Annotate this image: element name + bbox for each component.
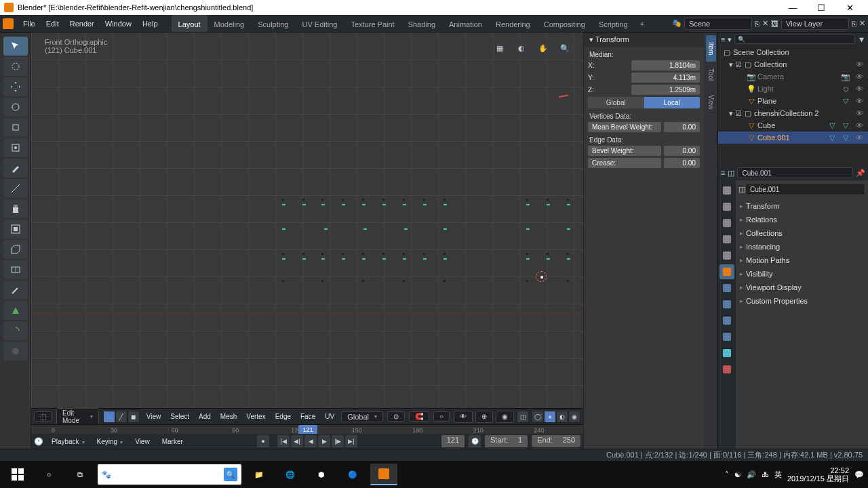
outliner-display-icon[interactable]: ▾ — [728, 35, 732, 44]
tb-app2[interactable]: ⬢ — [308, 464, 335, 485]
tray-network-icon[interactable]: 🖧 — [762, 470, 769, 479]
jump-end[interactable]: ▶| — [345, 435, 357, 447]
ptab-viewlayer[interactable] — [719, 216, 734, 230]
menu-playback[interactable]: Playback — [47, 438, 89, 445]
tab-shading[interactable]: Shading — [401, 15, 442, 32]
proportional-button[interactable]: ○ — [433, 411, 450, 422]
outliner-type-icon[interactable]: ≡ — [721, 35, 725, 43]
tool-measure[interactable] — [3, 179, 28, 198]
next-key[interactable]: |▶ — [332, 435, 344, 447]
tray-volume-icon[interactable]: 🔊 — [747, 470, 756, 479]
overlay-toggle[interactable]: ◉ — [496, 411, 514, 423]
prev-key[interactable]: ◀| — [291, 435, 303, 447]
ntab-tool[interactable]: Tool — [706, 62, 716, 87]
scene-field[interactable]: Scene — [684, 18, 752, 30]
tool-transform[interactable] — [3, 138, 28, 157]
menu-mesh[interactable]: Mesh — [218, 413, 239, 420]
eye-icon[interactable]: 👁 — [854, 96, 864, 106]
gizmo-toggle[interactable]: ⊕ — [475, 411, 493, 423]
orientation-dropdown[interactable]: Global — [341, 411, 383, 422]
menu-help[interactable]: Help — [137, 17, 163, 30]
viewport-3d[interactable]: Front Orthographic (121) Cube.001 ▦ ◐ ✋ … — [31, 33, 583, 408]
tb-blender[interactable] — [370, 464, 397, 485]
search-icon[interactable]: 🔍 — [224, 468, 237, 481]
outliner-light[interactable]: 💡Light⊙👁 — [718, 83, 868, 95]
tool-spin[interactable] — [3, 321, 28, 340]
props-type-icon[interactable]: ≡ — [721, 169, 725, 177]
shading-wireframe[interactable]: ◯ — [532, 411, 544, 423]
outliner-collection[interactable]: ▾ ☑ ▢Collection👁 — [718, 58, 868, 70]
median-z[interactable]: 1.2509m — [631, 85, 700, 95]
tool-scale[interactable] — [3, 118, 28, 137]
menu-keying[interactable]: Keying — [93, 438, 127, 445]
shading-solid[interactable]: ● — [544, 411, 556, 423]
viewlayer-field[interactable]: View Layer — [781, 18, 849, 30]
cat-visibility[interactable]: Visibility — [738, 267, 865, 281]
tb-app1[interactable]: 🌐 — [277, 464, 304, 485]
orbit-icon[interactable]: ◐ — [513, 39, 530, 57]
object-name-field[interactable]: Cube.001 — [745, 183, 865, 195]
ptab-material[interactable] — [719, 362, 734, 377]
global-button[interactable]: Global — [588, 97, 644, 108]
tool-rotate[interactable] — [3, 98, 28, 117]
bevel-weight[interactable]: 0.00 — [664, 146, 700, 156]
ptab-world[interactable] — [719, 248, 734, 263]
shading-lookdev[interactable]: ◐ — [556, 411, 568, 423]
cat-relations[interactable]: Relations — [738, 213, 865, 226]
tab-rendering[interactable]: Rendering — [489, 15, 537, 32]
mean-bevel-weight[interactable]: 0.00 — [664, 122, 700, 132]
ptab-object[interactable] — [719, 264, 734, 279]
pin-icon[interactable]: 📌 — [856, 169, 865, 178]
outliner-plane[interactable]: ▽Plane▽👁 — [718, 95, 868, 107]
menu-tlview[interactable]: View — [131, 438, 154, 445]
ptab-physics[interactable] — [719, 313, 734, 328]
outliner-camera[interactable]: 📷Camera📷👁 — [718, 70, 868, 83]
viewlayer-new-button[interactable]: ⎘ — [852, 20, 856, 28]
xray-toggle[interactable]: ◫ — [517, 411, 529, 423]
add-workspace-button[interactable]: + — [635, 15, 650, 32]
ptab-constraints[interactable] — [719, 329, 734, 344]
cat-customprops[interactable]: Custom Properties — [738, 294, 865, 308]
tb-explorer[interactable]: 📁 — [245, 464, 273, 485]
tool-cursor[interactable] — [3, 57, 28, 76]
tool-select-box[interactable] — [3, 37, 28, 56]
mode-dropdown[interactable]: Edit Mode — [56, 408, 99, 426]
local-button[interactable]: Local — [644, 97, 701, 108]
menu-face[interactable]: Face — [298, 413, 318, 420]
tb-app3[interactable]: 🔵 — [339, 464, 366, 485]
eye-icon[interactable]: 👁 — [854, 84, 864, 94]
tab-modeling[interactable]: Modeling — [208, 15, 252, 32]
crease[interactable]: 0.00 — [664, 158, 700, 168]
tool-knife[interactable] — [3, 281, 28, 300]
tray-chevron-icon[interactable]: ˄ — [725, 470, 729, 479]
eye-icon[interactable]: 👁 — [854, 108, 864, 118]
tab-compositing[interactable]: Compositing — [537, 15, 592, 32]
zoom-icon[interactable]: 🔍 — [556, 39, 574, 57]
select-edge-button[interactable]: ╱ — [115, 411, 127, 423]
tool-extrude[interactable] — [3, 199, 28, 218]
menu-render[interactable]: Render — [64, 17, 100, 30]
timeline-type-dropdown[interactable]: 🕐 — [34, 437, 43, 446]
eye-icon[interactable]: 👁 — [854, 121, 864, 130]
ptab-modifiers[interactable] — [719, 281, 734, 296]
playhead[interactable]: 121 — [298, 425, 317, 434]
autokey-toggle[interactable]: ● — [257, 435, 269, 447]
outliner-cube[interactable]: ▽Cube▽▽👁 — [718, 119, 868, 131]
tab-layout[interactable]: Layout — [172, 15, 208, 32]
ptab-particles[interactable] — [719, 297, 734, 312]
tool-move[interactable] — [3, 77, 28, 96]
viewlayer-browse-icon[interactable]: 🖼 — [771, 20, 778, 28]
tab-uvediting[interactable]: UV Editing — [295, 15, 344, 32]
transform-header[interactable]: ▾ Transform — [584, 33, 704, 47]
ntab-item[interactable]: Item — [706, 35, 716, 62]
median-x[interactable]: 1.8104m — [631, 60, 700, 70]
cat-transform[interactable]: Transform — [738, 199, 865, 213]
minimize-button[interactable]: — — [778, 0, 807, 15]
select-vertex-button[interactable]: ⸱ — [103, 411, 115, 423]
use-preview-range[interactable]: 🕐 — [469, 435, 481, 447]
tool-smooth[interactable] — [3, 342, 28, 361]
outliner-search[interactable]: 🔍 — [734, 35, 855, 44]
select-face-button[interactable]: ◼ — [127, 411, 140, 423]
app-icon[interactable] — [3, 18, 14, 29]
current-frame[interactable]: 121 — [441, 435, 465, 447]
